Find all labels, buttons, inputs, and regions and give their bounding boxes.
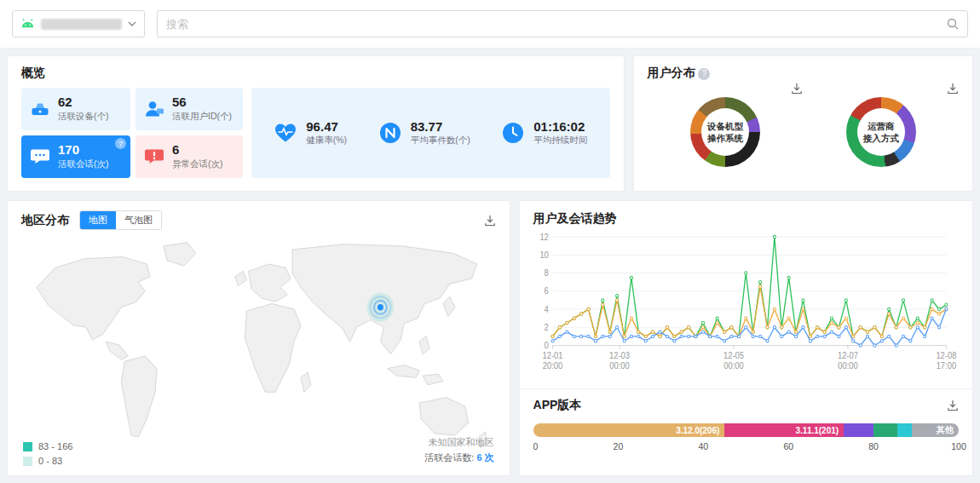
alert-chat-icon bbox=[143, 146, 165, 168]
donut-chart[interactable]: 运营商 接入方式 bbox=[846, 97, 916, 167]
legend-swatch bbox=[23, 442, 32, 451]
metric-value: 96.47 bbox=[306, 119, 347, 134]
overview-title: 概览 bbox=[21, 66, 610, 81]
topbar bbox=[0, 0, 980, 49]
clock-icon bbox=[501, 121, 525, 145]
map-view-tabs: 地图 气泡图 bbox=[79, 210, 162, 230]
download-icon[interactable] bbox=[791, 83, 803, 95]
trend-line-chart[interactable]: 02468101212-0120:0012-0300:0012-0500:001… bbox=[533, 230, 959, 383]
metric-label: 平均事件数(个) bbox=[411, 135, 470, 147]
svg-text:00:00: 00:00 bbox=[723, 360, 744, 370]
metric-avg-duration: 01:16:02 平均持续时间 bbox=[501, 119, 587, 147]
metric-value: 01:16:02 bbox=[533, 119, 587, 134]
region-distribution-panel: 地区分布 地图 气泡图 bbox=[7, 200, 510, 476]
download-icon[interactable] bbox=[947, 400, 959, 411]
n-badge-icon bbox=[378, 121, 402, 145]
version-segment[interactable] bbox=[897, 423, 912, 437]
svg-text:17:00: 17:00 bbox=[936, 360, 956, 370]
svg-text:10: 10 bbox=[539, 250, 549, 260]
chevron-down-icon bbox=[128, 21, 136, 26]
svg-text:20:00: 20:00 bbox=[542, 360, 562, 370]
stat-card-abnormal-sessions[interactable]: 6 异常会话(次) bbox=[135, 135, 243, 178]
svg-text:4: 4 bbox=[544, 304, 549, 313]
version-stacked-bar: 3.12.0(206)3.11.1(201)其他 bbox=[533, 423, 959, 437]
chat-icon bbox=[29, 146, 51, 168]
svg-text:12-07: 12-07 bbox=[838, 350, 858, 359]
device-os-donut-block: 设备机型 操作系统 bbox=[648, 83, 804, 167]
legend-label: 0 - 83 bbox=[38, 456, 62, 466]
map-marker bbox=[367, 293, 395, 322]
metric-label: 健康率(%) bbox=[306, 135, 347, 147]
search-icon[interactable] bbox=[947, 18, 959, 30]
dashboard-grid: 概览 62 活联设备(个) bbox=[0, 49, 980, 483]
version-segment[interactable] bbox=[844, 423, 873, 437]
version-axis-tick: 80 bbox=[868, 441, 879, 451]
legend-item[interactable]: 0 - 83 bbox=[23, 456, 72, 466]
svg-text:00:00: 00:00 bbox=[609, 360, 630, 370]
help-icon[interactable]: ? bbox=[698, 68, 710, 80]
stat-value: 170 bbox=[58, 143, 109, 158]
sessions-value-link[interactable]: 6 次 bbox=[476, 452, 493, 463]
overview-cards: 62 活联设备(个) 56 bbox=[21, 88, 243, 178]
stat-card-active-sessions[interactable]: ? 170 活联会话(次) bbox=[21, 135, 130, 178]
android-icon bbox=[20, 18, 35, 31]
search-box bbox=[157, 10, 968, 37]
map-legend: 83 - 166 0 - 83 bbox=[23, 437, 72, 466]
stat-label: 异常会话(次) bbox=[172, 158, 223, 170]
tab-bubble[interactable]: 气泡图 bbox=[116, 211, 161, 229]
overview-panel: 概览 62 活联设备(个) bbox=[7, 55, 625, 192]
world-map[interactable]: 83 - 166 0 - 83 未知国家和地区 活联会话数: 6 次 bbox=[21, 233, 496, 466]
stat-card-active-devices[interactable]: 62 活联设备(个) bbox=[21, 88, 130, 130]
legend-swatch bbox=[23, 457, 32, 466]
legend-item[interactable]: 83 - 166 bbox=[23, 441, 72, 451]
unknown-area-label: 未知国家和地区 bbox=[424, 434, 493, 451]
version-segment[interactable] bbox=[873, 423, 896, 437]
trend-section: 用户及会话趋势 02468101212-0120:0012-0300:0012-… bbox=[520, 201, 972, 383]
svg-text:00:00: 00:00 bbox=[838, 360, 858, 370]
version-segment[interactable]: 其他 bbox=[912, 423, 959, 437]
stat-value: 62 bbox=[58, 95, 109, 110]
health-icon bbox=[274, 121, 297, 145]
stat-label: 活联用户ID(个) bbox=[172, 111, 232, 123]
svg-text:12: 12 bbox=[539, 232, 548, 241]
svg-text:2: 2 bbox=[544, 322, 548, 331]
svg-text:8: 8 bbox=[544, 268, 548, 278]
svg-text:12-08: 12-08 bbox=[936, 350, 956, 359]
svg-text:0: 0 bbox=[544, 341, 549, 350]
version-axis-tick: 0 bbox=[533, 441, 539, 451]
metric-avg-events: 83.77 平均事件数(个) bbox=[378, 119, 470, 147]
stat-label: 活联设备(个) bbox=[58, 111, 109, 123]
help-icon[interactable]: ? bbox=[115, 138, 126, 149]
legend-label: 83 - 166 bbox=[38, 441, 72, 451]
app-version-title: APP版本 bbox=[533, 398, 582, 413]
donut-center-label[interactable]: 运营商 接入方式 bbox=[863, 120, 899, 144]
svg-text:12-01: 12-01 bbox=[542, 350, 562, 359]
carrier-access-donut-block: 运营商 接入方式 bbox=[803, 83, 959, 167]
version-segment[interactable]: 3.11.1(201) bbox=[724, 423, 844, 437]
svg-text:12-03: 12-03 bbox=[609, 350, 630, 359]
donut-center-label[interactable]: 设备机型 操作系统 bbox=[707, 120, 743, 144]
donut-chart[interactable]: 设备机型 操作系统 bbox=[690, 97, 760, 167]
stat-label: 活联会话(次) bbox=[58, 158, 109, 170]
overview-metric-strip: 96.47 健康率(%) 83.77 平 bbox=[251, 88, 610, 178]
app-selector[interactable] bbox=[12, 10, 145, 37]
stat-card-active-users[interactable]: 56 活联用户ID(个) bbox=[135, 88, 243, 130]
version-segment[interactable]: 3.12.0(206) bbox=[533, 423, 725, 437]
download-icon[interactable] bbox=[947, 83, 959, 95]
download-icon[interactable] bbox=[484, 215, 496, 227]
version-axis-tick: 20 bbox=[614, 441, 624, 451]
version-axis-tick: 60 bbox=[783, 441, 793, 451]
user-distribution-title: 用户分布 bbox=[648, 66, 695, 79]
app-version-section: APP版本 3.12.0(206)3.11.1(201)其他 020406080… bbox=[520, 388, 972, 464]
tab-map[interactable]: 地图 bbox=[80, 211, 116, 229]
region-title: 地区分布 bbox=[21, 213, 69, 228]
version-axis-tick: 100 bbox=[951, 441, 966, 451]
trend-and-version-panel: 用户及会话趋势 02468101212-0120:0012-0300:0012-… bbox=[519, 200, 973, 476]
version-axis: 020406080100 bbox=[533, 441, 959, 454]
device-icon bbox=[29, 98, 51, 120]
metric-value: 83.77 bbox=[411, 119, 470, 134]
metric-label: 平均持续时间 bbox=[533, 135, 587, 147]
search-input[interactable] bbox=[166, 18, 947, 31]
trend-title: 用户及会话趋势 bbox=[533, 211, 959, 227]
metric-health-rate: 96.47 健康率(%) bbox=[274, 119, 347, 147]
